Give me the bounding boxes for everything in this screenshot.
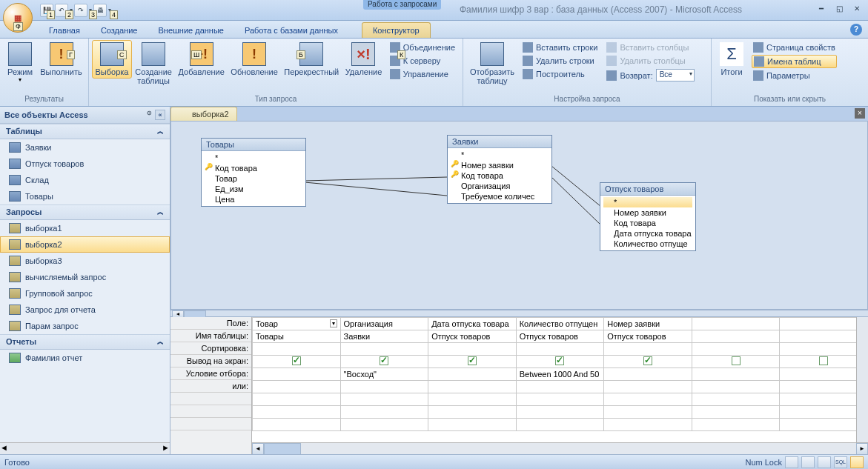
grid-cell[interactable]: Количество отпущен — [516, 318, 604, 330]
grid-cell[interactable] — [692, 356, 780, 368]
grid-cell[interactable] — [253, 356, 341, 368]
nav-item[interactable]: выборка3 — [0, 253, 170, 269]
minimize-button[interactable]: ━ — [815, 3, 828, 13]
view-design-icon[interactable] — [850, 456, 864, 468]
table-field[interactable]: * — [451, 150, 549, 160]
grid-cell[interactable] — [692, 318, 780, 330]
scroll-left-icon[interactable]: ◄ — [252, 443, 264, 454]
grid-cell[interactable]: Заявки — [340, 330, 428, 343]
table-field[interactable]: Код товара — [205, 163, 302, 173]
ddl-button[interactable]: Управление — [388, 68, 457, 80]
qat-redo-icon[interactable]: ↷ — [74, 4, 87, 17]
grid-cell[interactable] — [253, 368, 341, 381]
grid-cell[interactable] — [428, 419, 517, 431]
nav-item[interactable]: Склад — [0, 172, 170, 188]
grid-cell[interactable] — [516, 393, 604, 406]
grid-cell[interactable] — [428, 406, 517, 419]
nav-item[interactable]: выборка1 — [0, 220, 170, 236]
tablenames-button[interactable]: Имена таблиц — [752, 55, 837, 68]
table-field[interactable]: Ед_изм — [205, 184, 302, 194]
nav-item[interactable]: Фамилия отчет — [0, 350, 170, 366]
tab-designer[interactable]: Конструктор — [362, 22, 431, 38]
grid-cell[interactable]: Товар▾ — [253, 318, 341, 330]
nav-item[interactable]: Заявки — [0, 139, 170, 156]
grid-cell[interactable] — [692, 330, 780, 343]
nav-collapse-icon[interactable]: « — [155, 110, 165, 120]
nav-item[interactable]: Парам запрос — [0, 318, 170, 334]
grid-cell[interactable] — [692, 368, 780, 381]
grid-cell[interactable] — [516, 356, 604, 368]
nav-group-queries[interactable]: Запросы︽ — [0, 204, 170, 220]
table-field[interactable]: Код товара — [603, 218, 692, 228]
table-otpusk[interactable]: Отпуск товаров *Номер заявкиКод товараДа… — [600, 182, 696, 251]
grid-cell[interactable] — [340, 343, 428, 356]
grid-cell[interactable] — [692, 393, 780, 406]
splitter[interactable]: ◄ — [170, 310, 868, 317]
nav-item[interactable]: Запрос для отчета — [0, 302, 170, 318]
grid-cell[interactable] — [780, 343, 868, 356]
table-field[interactable]: Товар — [205, 173, 302, 184]
help-icon[interactable]: ? — [850, 24, 862, 36]
grid-cell[interactable] — [516, 381, 604, 393]
grid-cell[interactable] — [604, 419, 692, 431]
table-field[interactable]: Дата отпуска товара — [603, 228, 692, 239]
grid-cell[interactable] — [428, 381, 517, 393]
table-field[interactable]: * — [603, 197, 692, 207]
insertrows-button[interactable]: Вставить строки — [521, 41, 599, 53]
show-checkbox[interactable] — [468, 356, 477, 365]
tab-home[interactable]: Главная — [39, 23, 90, 38]
grid-cell[interactable] — [428, 356, 517, 368]
grid-cell[interactable] — [780, 368, 868, 381]
grid-cell[interactable] — [253, 419, 341, 431]
doc-tab[interactable]: выборка2 — [170, 107, 237, 121]
view-pivot-icon[interactable] — [801, 456, 815, 468]
show-checkbox[interactable] — [732, 356, 741, 365]
nav-item[interactable]: Отпуск товаров — [0, 156, 170, 172]
grid-cell[interactable] — [604, 343, 692, 356]
grid-cell[interactable] — [780, 381, 868, 393]
nav-item[interactable]: Товары — [0, 188, 170, 204]
nav-drop-icon[interactable]: ⊙ — [147, 110, 152, 120]
grid-cell[interactable] — [428, 343, 517, 356]
table-field[interactable]: Номер заявки — [603, 207, 692, 218]
grid-cell[interactable] — [340, 381, 428, 393]
grid-cell[interactable]: "Восход" — [340, 368, 428, 381]
run-button[interactable]: !Выполнить — [37, 40, 85, 79]
table-field[interactable]: Организация — [451, 181, 549, 191]
restore-button[interactable]: ◱ — [832, 3, 846, 13]
propsheet-button[interactable]: Страница свойств — [752, 41, 837, 53]
tab-dbtools[interactable]: Работа с базами данных — [234, 23, 348, 38]
table-field[interactable]: Цена — [205, 194, 302, 204]
table-field[interactable]: Код товара — [451, 170, 549, 181]
show-checkbox[interactable] — [380, 356, 388, 365]
doc-close-icon[interactable]: × — [855, 108, 865, 119]
grid-cell[interactable] — [780, 393, 868, 406]
scroll-thumb[interactable] — [264, 443, 301, 454]
builder-button[interactable]: Построитель — [521, 68, 599, 80]
query-designer[interactable]: Товары *Код товараТоварЕд_измЦена Заявки… — [170, 121, 868, 310]
totals-button[interactable]: ΣИтоги — [715, 40, 749, 79]
scroll-right-icon[interactable]: ► — [856, 443, 868, 454]
deletecols-button[interactable]: Удалить столбцы — [605, 55, 695, 67]
crosstab-button[interactable]: Перекрестный — [281, 40, 342, 79]
grid-cell[interactable]: Отпуск товаров — [516, 330, 604, 343]
grid-cell[interactable] — [692, 343, 780, 356]
grid-cell[interactable] — [516, 406, 604, 419]
show-checkbox[interactable] — [819, 356, 828, 365]
grid-cell[interactable]: Отпуск товаров — [604, 330, 692, 343]
table-zayavki[interactable]: Заявки *Номер заявкиКод товараОрганизаци… — [447, 135, 552, 204]
show-checkbox[interactable] — [292, 356, 301, 365]
table-field[interactable]: Требуемое количес — [451, 191, 549, 202]
grid-cell[interactable] — [340, 356, 428, 368]
view-datasheet-icon[interactable] — [785, 456, 798, 468]
show-checkbox[interactable] — [643, 356, 652, 365]
grid-cell[interactable] — [516, 419, 604, 431]
grid-cell[interactable] — [692, 406, 780, 419]
params-button[interactable]: Параметры — [752, 70, 837, 82]
nav-scrollbar[interactable]: ◄► — [0, 442, 170, 454]
grid-cell[interactable] — [604, 406, 692, 419]
nav-item[interactable]: выборка2 — [0, 236, 170, 253]
grid-cell[interactable] — [516, 343, 604, 356]
nav-header[interactable]: Все объекты Access ⊙« — [0, 107, 170, 124]
select-query-button[interactable]: Выборка — [92, 40, 132, 79]
